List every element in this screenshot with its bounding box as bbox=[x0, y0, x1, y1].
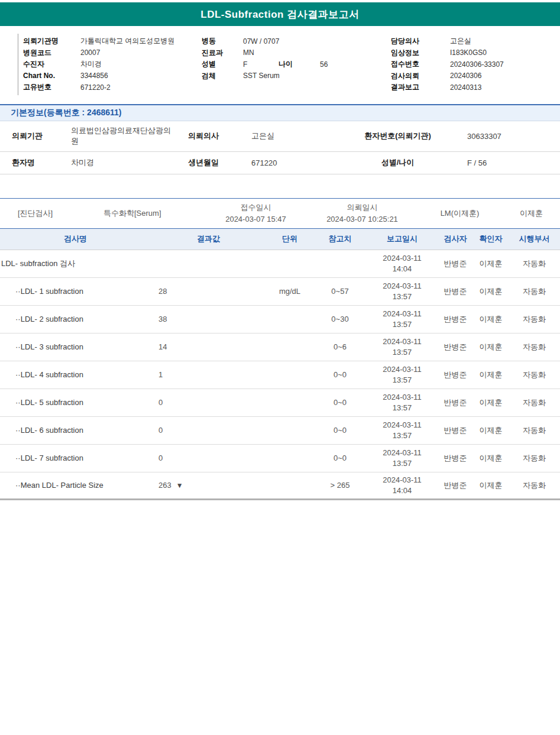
header-field-row: 수진자차미경 bbox=[23, 59, 202, 70]
result-reference: 0~0 bbox=[313, 398, 367, 407]
header-field-row: 접수번호20240306-33307 bbox=[391, 59, 560, 70]
basic-info-title: 기본정보(등록번호 : 2468611) bbox=[11, 108, 122, 118]
result-test-name: ··LDL- 6 subfraction bbox=[0, 426, 151, 435]
header-field-row: 임상정보I183K0GS0 bbox=[391, 47, 560, 59]
basic-info-section-bar: 기본정보(등록번호 : 2468611) bbox=[0, 104, 560, 121]
header-field-row: Chart No.3344856 bbox=[23, 70, 202, 82]
patient-header-middle-column: 병동07W / 0707진료과MN성별F나이56검체SST Serum bbox=[202, 35, 391, 93]
column-header-report-date: 보고일시 bbox=[367, 234, 438, 244]
result-value: 1 bbox=[151, 370, 266, 379]
request-label: 의뢰일시 bbox=[307, 202, 417, 213]
diagnostic-category: [진단검사] bbox=[0, 208, 103, 219]
patient-header-right-column: 담당의사고은실임상정보I183K0GS0접수번호20240306-33307검사… bbox=[391, 35, 560, 93]
result-test-name: ··Mean LDL- Particle Size bbox=[0, 481, 151, 490]
report-title-bar: LDL-Subfraction 검사결과보고서 bbox=[0, 2, 560, 26]
report-time: 13:57 bbox=[367, 430, 438, 441]
result-test-name: ··LDL- 3 subfraction bbox=[0, 342, 151, 351]
result-department: 자동화 bbox=[509, 258, 560, 269]
column-header-result: 결과값 bbox=[151, 234, 266, 244]
field-value: 의료법인삼광의료재단삼광의원 bbox=[71, 122, 176, 150]
result-value-text: 1 bbox=[158, 370, 163, 379]
low-flag-icon: ▼ bbox=[176, 481, 183, 490]
table-row: ··LDL- 3 subfraction 14 0~6 2024-03-11 1… bbox=[0, 333, 560, 361]
field-value: 차미경 bbox=[80, 59, 102, 69]
column-header-department: 시행부서 bbox=[509, 234, 560, 244]
report-date: 2024-03-11 bbox=[367, 309, 438, 319]
field-label: 검사의뢰 bbox=[391, 71, 450, 81]
result-value-text: 0 bbox=[158, 426, 163, 435]
result-test-name: ··LDL- 2 subfraction bbox=[0, 315, 151, 323]
result-confirmer: 이제훈 bbox=[473, 370, 509, 380]
result-department: 자동화 bbox=[509, 453, 560, 464]
column-header-unit: 단위 bbox=[266, 234, 313, 244]
field-value: 3344856 bbox=[80, 72, 108, 80]
result-confirmer: 이제훈 bbox=[473, 314, 509, 325]
field-value: 20240313 bbox=[450, 83, 481, 92]
result-unit: mg/dL bbox=[266, 287, 313, 296]
test-name-text: ··Mean LDL- Particle Size bbox=[15, 481, 103, 490]
result-tester: 반병준 bbox=[438, 342, 473, 352]
test-name-text: ··LDL- 3 subfraction bbox=[15, 342, 83, 351]
result-confirmer: 이제훈 bbox=[473, 286, 509, 297]
test-name-text: ··LDL- 5 subfraction bbox=[15, 398, 83, 407]
result-tester: 반병준 bbox=[438, 286, 473, 297]
table-row: ··Mean LDL- Particle Size 263▼ > 265 202… bbox=[0, 472, 560, 500]
result-report-datetime: 2024-03-11 13:57 bbox=[367, 336, 438, 357]
result-reference: 0~0 bbox=[313, 454, 367, 462]
report-time: 14:04 bbox=[367, 485, 438, 496]
report-time: 13:57 bbox=[367, 347, 438, 358]
report-date: 2024-03-11 bbox=[367, 364, 438, 375]
result-value: 0 bbox=[151, 426, 266, 435]
field-value: 가톨릭대학교 여의도성모병원 bbox=[80, 36, 174, 46]
result-confirmer: 이제훈 bbox=[473, 342, 509, 352]
report-time: 13:57 bbox=[367, 319, 438, 330]
result-report-datetime: 2024-03-11 14:04 bbox=[367, 253, 438, 274]
header-field-row: 담당의사고은실 bbox=[391, 35, 560, 47]
result-confirmer: 이제훈 bbox=[473, 397, 509, 408]
field-label: 나이 bbox=[279, 59, 320, 69]
header-field-row: 검체SST Serum bbox=[202, 70, 391, 82]
report-time: 13:57 bbox=[367, 375, 438, 386]
column-header-confirmer: 확인자 bbox=[473, 234, 509, 244]
result-test-name: ··LDL- 5 subfraction bbox=[0, 398, 151, 407]
table-row: ··LDL- 5 subfraction 0 0~0 2024-03-11 13… bbox=[0, 389, 560, 417]
field-label: Chart No. bbox=[23, 72, 80, 80]
result-report-datetime: 2024-03-11 14:04 bbox=[367, 475, 438, 496]
field-label: 병동 bbox=[202, 36, 243, 46]
receipt-datetime: 2024-03-07 15:47 bbox=[204, 213, 307, 225]
table-row: ··LDL- 2 subfraction 38 0~30 2024-03-11 … bbox=[0, 306, 560, 333]
field-value: 고은실 bbox=[251, 131, 355, 141]
report-date: 2024-03-11 bbox=[367, 420, 438, 430]
result-value-text: 0 bbox=[158, 398, 163, 407]
header-field-row: 성별F나이56 bbox=[202, 59, 391, 70]
report-date: 2024-03-11 bbox=[367, 448, 438, 458]
field-value: 20240306 bbox=[450, 72, 481, 80]
result-tester: 반병준 bbox=[438, 425, 473, 436]
column-header-reference: 참고치 bbox=[313, 234, 367, 244]
patient-header-left-column: 의뢰기관명가톨릭대학교 여의도성모병원병원코드20007수진자차미경Chart … bbox=[23, 35, 202, 93]
field-label: 수진자 bbox=[23, 59, 80, 69]
test-name-text: ··LDL- 6 subfraction bbox=[15, 426, 83, 435]
result-reference: 0~57 bbox=[313, 287, 367, 296]
column-header-tester: 검사자 bbox=[438, 234, 473, 244]
test-name-text: ··LDL- 2 subfraction bbox=[15, 315, 83, 323]
table-row: ··LDL- 6 subfraction 0 0~0 2024-03-11 13… bbox=[0, 417, 560, 445]
result-value: 263▼ bbox=[151, 481, 266, 490]
result-report-datetime: 2024-03-11 13:57 bbox=[367, 448, 438, 468]
table-row: ··LDL- 1 subfraction 28 mg/dL 0~57 2024-… bbox=[0, 278, 560, 306]
results-table-header: 검사명 결과값 단위 참고치 보고일시 검사자 확인자 시행부서 bbox=[0, 229, 560, 250]
result-value-text: 263 bbox=[158, 481, 171, 490]
field-label: 검체 bbox=[202, 71, 243, 81]
result-value: 0 bbox=[151, 454, 266, 462]
diagnostic-section-band: [진단검사] 특수화학[Serum] 접수일시 2024-03-07 15:47… bbox=[0, 198, 560, 229]
page-title: LDL-Subfraction 검사결과보고서 bbox=[200, 8, 359, 21]
result-report-datetime: 2024-03-11 13:57 bbox=[367, 364, 438, 385]
basic-info-table: 의뢰기관 의료법인삼광의료재단삼광의원 의뢰의사 고은실 환자번호(의뢰기관) … bbox=[0, 121, 560, 174]
result-department: 자동화 bbox=[509, 480, 560, 491]
receipt-label: 접수일시 bbox=[204, 202, 307, 213]
field-value: SST Serum bbox=[243, 72, 280, 80]
report-date: 2024-03-11 bbox=[367, 336, 438, 347]
result-department: 자동화 bbox=[509, 425, 560, 436]
field-label: 병원코드 bbox=[23, 48, 80, 58]
result-report-datetime: 2024-03-11 13:57 bbox=[367, 309, 438, 329]
